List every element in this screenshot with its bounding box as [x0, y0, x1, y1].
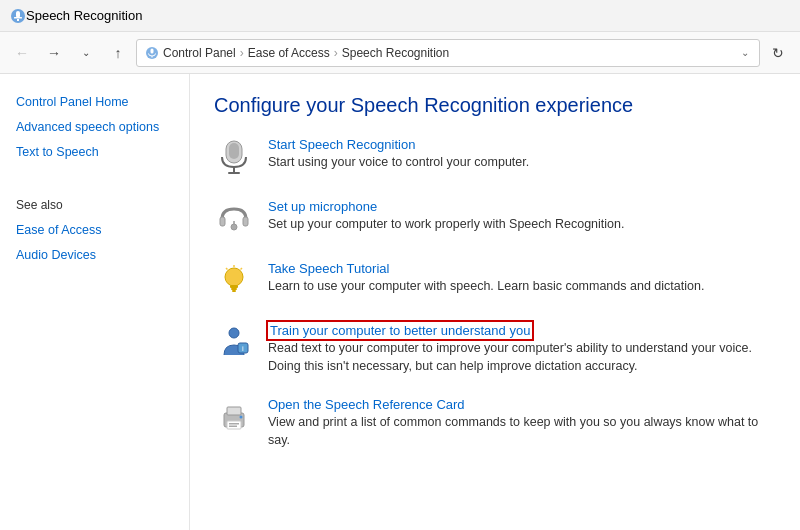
sidebar-item-text-to-speech[interactable]: Text to Speech — [0, 140, 189, 165]
svg-point-29 — [240, 416, 243, 419]
item-start-speech-content: Start Speech Recognition Start using you… — [268, 137, 776, 172]
item-reference-content: Open the Speech Reference Card View and … — [268, 397, 776, 449]
sidebar: Control Panel Home Advanced speech optio… — [0, 74, 190, 530]
svg-rect-25 — [227, 407, 241, 415]
svg-rect-6 — [152, 56, 153, 58]
item-tutorial: Take Speech Tutorial Learn to use your c… — [214, 261, 776, 301]
content-area: Configure your Speech Recognition experi… — [190, 74, 800, 530]
svg-rect-11 — [220, 217, 225, 226]
setup-mic-link[interactable]: Set up microphone — [268, 199, 377, 214]
tutorial-link[interactable]: Take Speech Tutorial — [268, 261, 389, 276]
up-button[interactable]: ↑ — [104, 39, 132, 67]
svg-text:i: i — [242, 344, 244, 353]
train-link[interactable]: Train your computer to better understand… — [268, 322, 532, 339]
svg-line-20 — [226, 268, 228, 270]
forward-button[interactable]: → — [40, 39, 68, 67]
mic-icon — [214, 137, 254, 177]
svg-rect-26 — [227, 421, 241, 429]
start-speech-link[interactable]: Start Speech Recognition — [268, 137, 415, 152]
mic-address-icon — [145, 46, 159, 60]
address-ease-of-access: Ease of Access — [248, 46, 330, 60]
svg-line-19 — [241, 268, 243, 270]
address-bar[interactable]: Control Panel › Ease of Access › Speech … — [136, 39, 760, 67]
back-icon: ← — [15, 45, 29, 61]
up-icon: ↑ — [115, 45, 122, 61]
see-also-label: See also — [16, 198, 173, 212]
printer-icon — [214, 397, 254, 437]
reference-link[interactable]: Open the Speech Reference Card — [268, 397, 465, 412]
svg-rect-15 — [230, 285, 238, 288]
item-setup-mic: Set up microphone Set up your computer t… — [214, 199, 776, 239]
train-desc: Read text to your computer to improve yo… — [268, 340, 776, 375]
back-button[interactable]: ← — [8, 39, 36, 67]
svg-rect-17 — [232, 290, 236, 292]
refresh-icon: ↻ — [772, 45, 784, 61]
app-icon — [10, 8, 26, 24]
svg-rect-16 — [231, 288, 237, 290]
sidebar-item-control-panel-home[interactable]: Control Panel Home — [0, 90, 189, 115]
item-start-speech: Start Speech Recognition Start using you… — [214, 137, 776, 177]
item-train: i Train your computer to better understa… — [214, 323, 776, 375]
svg-point-21 — [229, 328, 239, 338]
bulb-icon — [214, 261, 254, 301]
svg-rect-9 — [233, 167, 235, 172]
see-also-section: See also Ease of Access Audio Devices — [0, 188, 189, 268]
main-container: Control Panel Home Advanced speech optio… — [0, 74, 800, 530]
svg-rect-27 — [229, 423, 239, 425]
title-bar-text: Speech Recognition — [26, 8, 142, 23]
item-train-content: Train your computer to better understand… — [268, 323, 776, 375]
svg-rect-3 — [17, 19, 19, 21]
refresh-button[interactable]: ↻ — [764, 39, 792, 67]
item-reference: Open the Speech Reference Card View and … — [214, 397, 776, 449]
svg-rect-1 — [16, 11, 20, 18]
address-speech-recognition: Speech Recognition — [342, 46, 449, 60]
tutorial-desc: Learn to use your computer with speech. … — [268, 278, 776, 296]
sidebar-item-ease-of-access[interactable]: Ease of Access — [16, 218, 173, 243]
title-bar: Speech Recognition — [0, 0, 800, 32]
address-dropdown-icon: ⌄ — [741, 47, 749, 58]
svg-rect-10 — [228, 172, 240, 174]
svg-point-13 — [231, 224, 237, 230]
address-control-panel: Control Panel — [163, 46, 236, 60]
sidebar-item-audio-devices[interactable]: Audio Devices — [16, 243, 173, 268]
sidebar-item-advanced-speech[interactable]: Advanced speech options — [0, 115, 189, 140]
reference-desc: View and print a list of common commands… — [268, 414, 776, 449]
svg-rect-28 — [229, 426, 237, 428]
chevron-down-icon: ⌄ — [82, 47, 90, 58]
svg-point-14 — [225, 268, 243, 286]
svg-rect-5 — [151, 48, 154, 53]
start-speech-desc: Start using your voice to control your c… — [268, 154, 776, 172]
forward-icon: → — [47, 45, 61, 61]
headset-icon — [214, 199, 254, 239]
svg-rect-8 — [229, 143, 239, 159]
setup-mic-desc: Set up your computer to work properly wi… — [268, 216, 776, 234]
nav-bar: ← → ⌄ ↑ Control Panel › Ease of Access ›… — [0, 32, 800, 74]
item-tutorial-content: Take Speech Tutorial Learn to use your c… — [268, 261, 776, 296]
person-icon: i — [214, 323, 254, 363]
svg-rect-12 — [243, 217, 248, 226]
svg-rect-2 — [14, 17, 22, 19]
page-title: Configure your Speech Recognition experi… — [214, 94, 776, 117]
recent-locations-button[interactable]: ⌄ — [72, 39, 100, 67]
item-setup-mic-content: Set up microphone Set up your computer t… — [268, 199, 776, 234]
